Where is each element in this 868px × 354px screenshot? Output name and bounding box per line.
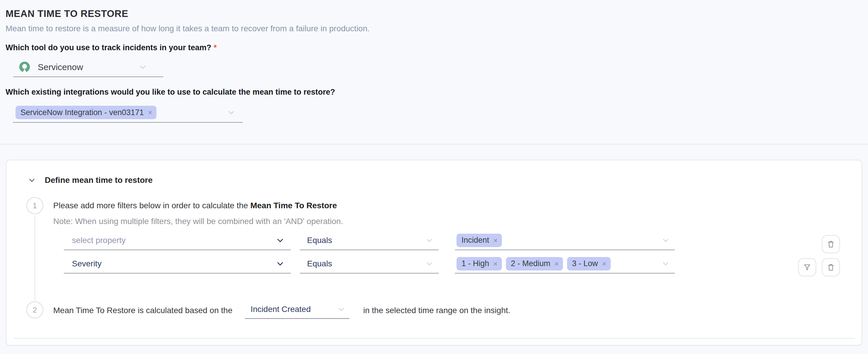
filter-value-label: 1 - High (462, 259, 489, 268)
filter-operator-value: Equals (307, 236, 332, 245)
chevron-down-icon (425, 236, 433, 245)
trash-icon (826, 240, 836, 249)
chevron-down-icon (227, 108, 236, 117)
define-section-header[interactable]: Define mean time to restore (28, 176, 153, 185)
delete-filter-button[interactable] (822, 235, 840, 253)
section-divider (0, 144, 868, 145)
tool-question-text: Which tool do you use to track incidents… (5, 43, 212, 52)
filter-property-select[interactable]: Severity (64, 254, 291, 274)
integrations-multiselect[interactable]: ServiceNow Integration - ven03171 × (13, 103, 243, 123)
filter-operator-value: Equals (307, 259, 332, 269)
filter-property-select[interactable]: select property (64, 231, 291, 250)
filter-value-tag: Incident × (457, 234, 502, 247)
card-footer-divider (14, 338, 855, 339)
chevron-down-icon (276, 259, 284, 268)
filter-value-tag: 3 - Low × (567, 257, 611, 271)
filter-values-select[interactable]: Incident × (455, 231, 675, 250)
filter-value-label: 2 - Medium (511, 259, 550, 268)
delete-filter-button[interactable] (822, 258, 840, 276)
selected-integration-tag: ServiceNow Integration - ven03171 × (16, 106, 156, 119)
chevron-down-icon (425, 260, 433, 268)
mttr-basis-value: Incident Created (251, 305, 311, 314)
tool-question-label: Which tool do you use to track incidents… (5, 43, 217, 52)
step-number-badge: 2 (26, 302, 43, 318)
mttr-settings-page: MEAN TIME TO RESTORE Mean time to restor… (0, 0, 868, 354)
step2-text-after: in the selected time range on the insigh… (363, 306, 510, 315)
filter-value-tag: 1 - High × (457, 257, 502, 271)
tool-select-value: Servicenow (38, 62, 83, 72)
remove-tag-button[interactable]: × (555, 260, 559, 268)
chevron-down-icon (276, 236, 284, 245)
chevron-down-icon (661, 260, 670, 268)
chevron-down-icon (28, 176, 36, 184)
define-mttr-card: Define mean time to restore 1 Please add… (6, 160, 862, 346)
page-subtitle: Mean time to restore is a measure of how… (5, 24, 370, 33)
integration-tag-label: ServiceNow Integration - ven03171 (21, 108, 144, 117)
chevron-down-icon (138, 63, 147, 72)
step1-instruction-bold: Mean Time To Restore (250, 201, 337, 210)
step1-note: Note: When using multiple filters, they … (53, 216, 343, 226)
filter-values-select[interactable]: 1 - High × 2 - Medium × 3 - Low × (455, 254, 675, 274)
step-number-badge: 1 (26, 197, 43, 214)
filter-value-label: Incident (462, 236, 489, 245)
trash-icon (826, 262, 836, 272)
tool-select[interactable]: Servicenow (13, 58, 163, 77)
remove-tag-button[interactable]: × (148, 109, 152, 116)
servicenow-logo-icon (19, 61, 31, 73)
filter-property-placeholder: select property (72, 236, 126, 245)
step-connector-line (34, 216, 35, 300)
filter-operator-select[interactable]: Equals (300, 254, 439, 274)
step2-text-before: Mean Time To Restore is calculated based… (53, 306, 232, 315)
chevron-down-icon (337, 305, 345, 313)
funnel-icon (803, 263, 811, 272)
required-asterisk: * (214, 43, 217, 52)
filter-value-tag: 2 - Medium × (506, 257, 563, 271)
filter-options-button[interactable] (798, 258, 816, 276)
step1-instruction-text: Please add more filters below in order t… (53, 201, 250, 210)
remove-tag-button[interactable]: × (602, 260, 607, 268)
chevron-down-icon (661, 236, 670, 245)
page-title: MEAN TIME TO RESTORE (5, 8, 128, 19)
filter-property-value: Severity (72, 259, 101, 269)
remove-tag-button[interactable]: × (493, 260, 498, 268)
filter-value-label: 3 - Low (572, 259, 598, 268)
step1-instruction: Please add more filters below in order t… (53, 201, 337, 211)
integrations-question-label: Which existing integrations would you li… (5, 87, 335, 97)
mttr-basis-select[interactable]: Incident Created (245, 300, 349, 319)
remove-tag-button[interactable]: × (493, 237, 498, 244)
define-section-title: Define mean time to restore (45, 176, 153, 185)
filter-operator-select[interactable]: Equals (300, 231, 439, 250)
